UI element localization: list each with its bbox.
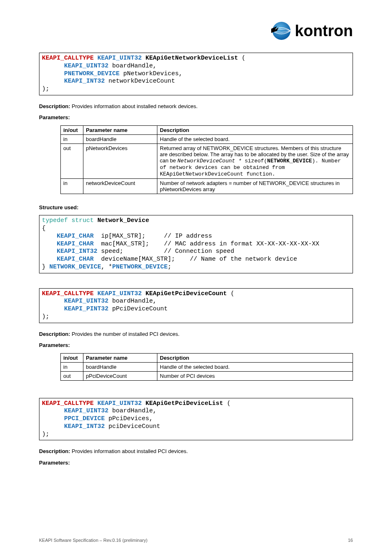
parameters-label-3: Parameters: bbox=[39, 459, 353, 467]
header-logo-row: kontron bbox=[39, 21, 353, 41]
table-row: out pPciDeviceCount Number of PCI device… bbox=[61, 371, 353, 380]
parameters-label-2: Parameters: bbox=[39, 342, 353, 349]
th-param: Parameter name bbox=[83, 353, 157, 362]
th-inout: in/out bbox=[61, 125, 83, 134]
table-row: in/out Parameter name Description bbox=[61, 125, 353, 134]
parameters-table-1: in/out Parameter name Description in boa… bbox=[60, 125, 353, 194]
footer-page-number: 16 bbox=[348, 538, 353, 543]
code-block-getpcidevicecount: KEAPI_CALLTYPE KEAPI_UINT32 KEApiGetPciD… bbox=[39, 288, 353, 323]
table-row: out pNetworkDevices Returned array of NE… bbox=[61, 143, 353, 178]
footer-left: KEAPI Software Specification – Rev.0.16 … bbox=[39, 538, 148, 543]
table-row: in/out Parameter name Description bbox=[61, 353, 353, 362]
code-block-struct-networkdevice: typedef struct Network_Device { KEAPI_CH… bbox=[39, 215, 353, 273]
structure-used-label: Structure used: bbox=[39, 204, 353, 211]
th-param: Parameter name bbox=[83, 125, 157, 134]
code-block-getpcidevicelist: KEAPI_CALLTYPE KEAPI_UINT32 KEApiGetPciD… bbox=[39, 398, 353, 441]
description-2: Description: Provides the number of inst… bbox=[39, 331, 353, 338]
parameters-table-2: in/out Parameter name Description in boa… bbox=[60, 353, 353, 381]
code-block-getnetworkdevicelist: KEAPI_CALLTYPE KEAPI_UINT32 KEApiGetNetw… bbox=[39, 53, 353, 95]
table-row: in boardHandle Handle of the selected bo… bbox=[61, 134, 353, 143]
th-desc: Description bbox=[157, 353, 353, 362]
th-inout: in/out bbox=[61, 353, 83, 362]
kontron-globe-icon bbox=[271, 21, 292, 41]
brand-text: kontron bbox=[295, 22, 353, 40]
table-row: in networkDeviceCount Number of network … bbox=[61, 178, 353, 194]
brand-logo: kontron bbox=[271, 21, 353, 41]
description-3: Description: Provides information about … bbox=[39, 448, 353, 455]
th-desc: Description bbox=[157, 125, 353, 134]
page-footer: KEAPI Software Specification – Rev.0.16 … bbox=[39, 538, 353, 543]
parameters-label-1: Parameters: bbox=[39, 114, 353, 121]
description-1: Description: Provides information about … bbox=[39, 103, 353, 110]
table-row: in boardHandle Handle of the selected bo… bbox=[61, 362, 353, 371]
